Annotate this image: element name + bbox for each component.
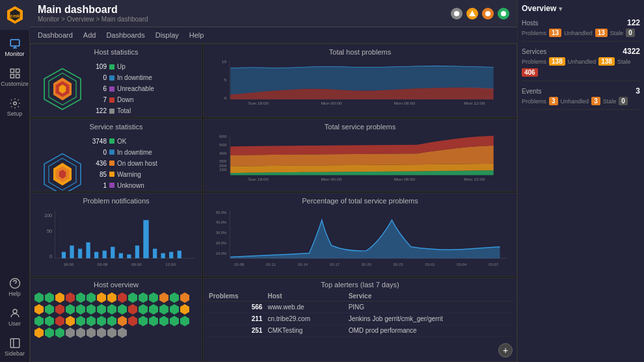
host-hex-cell[interactable] (170, 292, 179, 303)
sub-val-2[interactable]: 3 (591, 97, 600, 105)
svg-point-17 (501, 11, 506, 16)
nav-help[interactable]: Help (189, 30, 204, 40)
alerter-service-3: OMD prod performance (346, 325, 514, 337)
host-hex-cell[interactable] (149, 316, 158, 326)
host-hex-cell[interactable] (128, 304, 137, 315)
host-hex-cell[interactable] (87, 304, 96, 315)
nav-dashboard[interactable]: Dashboard (38, 30, 73, 40)
alerter-host-2[interactable]: cn.tribe29.com (265, 313, 345, 325)
svg-text:Mon 00:00: Mon 00:00 (321, 177, 342, 181)
sub-val-3[interactable]: 406 (522, 68, 538, 77)
host-hex-cell[interactable] (107, 316, 116, 326)
logo-area[interactable]: cmk (0, 0, 30, 30)
host-hex-cell[interactable] (128, 292, 137, 303)
status-icon-2[interactable] (466, 8, 478, 19)
host-hex-cell[interactable] (76, 328, 85, 338)
sub-val-1[interactable]: 138 (549, 57, 565, 66)
sub-val-3[interactable]: 0 (626, 29, 635, 37)
host-hex-cell[interactable] (118, 292, 127, 303)
svg-text:03-01: 03-01 (425, 263, 435, 266)
host-hex-cell[interactable] (159, 316, 168, 326)
sub-val-1[interactable]: 3 (549, 97, 558, 105)
host-hex-cell[interactable] (97, 292, 106, 303)
status-icon-3[interactable] (482, 8, 494, 19)
host-hex-cell[interactable] (66, 304, 75, 315)
top-icons (451, 8, 509, 19)
host-hex-cell[interactable] (45, 316, 54, 326)
host-hex-cell[interactable] (118, 316, 127, 326)
host-hex-cell[interactable] (66, 328, 75, 338)
svg-text:10.0%: 10.0% (216, 252, 227, 255)
col-problems: Problems (206, 291, 265, 302)
host-hex-cell[interactable] (139, 316, 148, 326)
host-hex-cell[interactable] (149, 292, 158, 303)
host-hex-cell[interactable] (55, 328, 64, 338)
dashboard-grid: Host statistics 109 Up 0 (30, 44, 517, 362)
host-hex-cell[interactable] (180, 316, 189, 326)
host-hex-cell[interactable] (34, 292, 44, 303)
svg-text:02-20: 02-20 (362, 263, 372, 266)
host-hex-cell[interactable] (55, 316, 64, 326)
alerter-host-1[interactable]: www.web.de (265, 302, 345, 313)
host-hex-cell[interactable] (170, 316, 179, 326)
host-hex-cell[interactable] (139, 304, 148, 315)
host-hex-cell[interactable] (66, 292, 75, 303)
host-hex-cell[interactable] (76, 304, 85, 315)
sub-val-1[interactable]: 13 (549, 29, 561, 37)
stat-row-total: 122 Total (90, 105, 154, 116)
host-hex-cell[interactable] (159, 304, 168, 315)
host-hex-cell[interactable] (97, 328, 106, 338)
host-hex-cell[interactable] (170, 304, 179, 315)
host-hex-cell[interactable] (128, 316, 137, 326)
sidebar-item-sidebar[interactable]: Sidebar (0, 332, 30, 362)
nav-dashboards[interactable]: Dashboards (106, 30, 144, 40)
host-hex-cell[interactable] (97, 304, 106, 315)
host-hex-cell[interactable] (107, 328, 116, 338)
host-hex-cell[interactable] (97, 316, 106, 326)
host-hex-cell[interactable] (76, 316, 85, 326)
host-hex-cell[interactable] (34, 316, 44, 326)
host-hex-cell[interactable] (180, 304, 189, 315)
circle-icon (453, 10, 461, 18)
host-hex-cell[interactable] (149, 304, 158, 315)
host-stats: 109 Up 0 In downtime 6 Unreachable (34, 58, 198, 118)
status-icon-1[interactable] (451, 8, 463, 19)
host-hex-cell[interactable] (118, 304, 127, 315)
sidebar-item-setup[interactable]: Setup (0, 92, 30, 122)
host-hex-cell[interactable] (107, 304, 116, 315)
host-hex-cell[interactable] (55, 292, 64, 303)
chevron-down-icon[interactable]: ▾ (559, 5, 562, 12)
nav-display[interactable]: Display (155, 30, 179, 40)
host-hex-cell[interactable] (55, 304, 64, 315)
host-hex-cell[interactable] (45, 304, 54, 315)
sidebar-item-user[interactable]: User (0, 302, 30, 332)
add-dashboard-button[interactable]: + (498, 343, 513, 357)
host-hex-cell[interactable] (87, 316, 96, 326)
host-hex-cell[interactable] (139, 292, 148, 303)
sidebar-item-monitor[interactable]: Monitor (0, 32, 30, 62)
host-hex-cell[interactable] (34, 328, 44, 338)
host-hex-cell[interactable] (107, 292, 116, 303)
host-hex-cell[interactable] (180, 292, 189, 303)
status-icon-4[interactable] (498, 8, 509, 19)
host-hex-cell[interactable] (87, 328, 96, 338)
host-hex-cell[interactable] (45, 292, 54, 303)
host-hex-cell[interactable] (66, 316, 75, 326)
host-hex-cell[interactable] (87, 292, 96, 303)
sub-val-3[interactable]: 0 (619, 97, 628, 105)
section-num: 3 (636, 86, 640, 96)
alerter-host-3[interactable]: CMKTesting (265, 325, 345, 337)
sub-val-2[interactable]: 138 (598, 57, 615, 66)
monitor-icon (9, 38, 21, 49)
nav-add[interactable]: Add (83, 30, 96, 40)
sidebar-item-customize[interactable]: Customize (0, 62, 30, 92)
host-hex-cell[interactable] (118, 328, 127, 338)
svg-text:Sun 18:00: Sun 18:00 (248, 102, 269, 105)
host-hex-cell[interactable] (45, 328, 54, 338)
sidebar-item-help[interactable]: Help (0, 272, 30, 302)
sub-label-1: Problems (522, 58, 546, 65)
host-hex-cell[interactable] (76, 292, 85, 303)
host-hex-cell[interactable] (34, 304, 44, 315)
sub-val-2[interactable]: 13 (595, 29, 608, 37)
host-hex-cell[interactable] (159, 292, 168, 303)
